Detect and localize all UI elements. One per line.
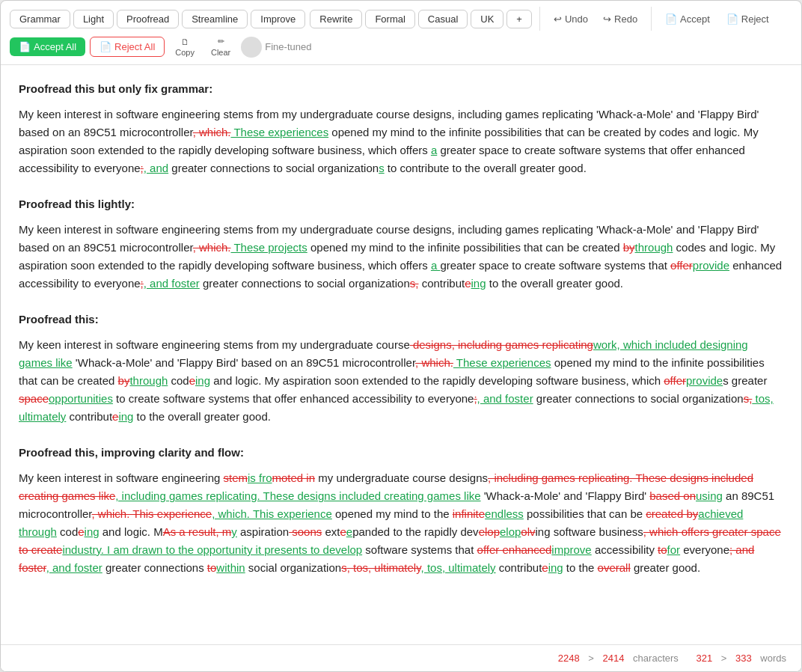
toolbar-buttons-row2: Rewrite Formal Casual UK + — [310, 10, 532, 28]
main-window: Grammar Light Proofread Streamline Impro… — [0, 0, 802, 672]
toolbar-buttons-row: Grammar Light Proofread Streamline Impro… — [10, 10, 305, 28]
section-3: Proofread this: My keen interest in soft… — [19, 311, 783, 426]
reject-all-label: Reject All — [114, 41, 155, 52]
clear-button[interactable]: ✏ Clear — [205, 35, 236, 58]
reject-label: Reject — [741, 13, 769, 25]
rewrite-button[interactable]: Rewrite — [310, 10, 362, 28]
chars-arrow: > — [588, 653, 596, 664]
section-1: Proofread this but only fix grammar: My … — [19, 80, 783, 177]
section-1-title: Proofread this but only fix grammar: — [19, 80, 783, 98]
fine-tuned-indicator: Fine-tuned — [241, 37, 311, 58]
formal-button[interactable]: Formal — [365, 10, 414, 28]
toolbar: Grammar Light Proofread Streamline Impro… — [1, 1, 801, 65]
light-button[interactable]: Light — [73, 10, 114, 28]
accept-label: Accept — [680, 13, 710, 25]
clear-label: Clear — [211, 48, 230, 57]
content-area: Proofread this but only fix grammar: My … — [1, 65, 801, 644]
section-2-title: Proofread this lightly: — [19, 195, 783, 213]
fine-tuned-label: Fine-tuned — [265, 41, 311, 52]
words-after: 333 — [735, 653, 752, 664]
accept-button[interactable]: 📄 Accept — [659, 10, 716, 28]
undo-button[interactable]: ↩ Undo — [548, 10, 594, 28]
clear-icon: ✏ — [218, 37, 224, 46]
accept-all-label: Accept All — [34, 41, 76, 52]
streamline-button[interactable]: Streamline — [182, 10, 248, 28]
accept-icon: 📄 — [665, 13, 677, 25]
chars-before: 2248 — [558, 653, 580, 664]
words-label: words — [760, 653, 786, 664]
copy-button[interactable]: 🗋 Copy — [169, 36, 200, 58]
redo-icon: ↪ — [603, 13, 611, 25]
section-3-text: My keen interest in software engineering… — [19, 336, 783, 426]
toolbar-divider — [539, 7, 540, 31]
section-2: Proofread this lightly: My keen interest… — [19, 195, 783, 293]
copy-icon: 🗋 — [181, 37, 189, 46]
uk-button[interactable]: UK — [471, 10, 503, 28]
words-arrow: > — [721, 653, 729, 664]
reject-icon: 📄 — [726, 13, 738, 25]
reject-all-icon: 📄 — [100, 41, 111, 52]
redo-label: Redo — [614, 13, 637, 25]
section-4-text: My keen interest in software engineering… — [19, 469, 783, 577]
reject-all-button[interactable]: 📄 Reject All — [90, 37, 165, 57]
section-1-text: My keen interest in software engineering… — [19, 106, 783, 177]
more-button[interactable]: + — [506, 10, 532, 28]
undo-icon: ↩ — [554, 13, 562, 25]
chars-after: 2414 — [603, 653, 625, 664]
reject-button[interactable]: 📄 Reject — [720, 10, 775, 28]
chars-label: characters — [633, 653, 679, 664]
grammar-button[interactable]: Grammar — [10, 10, 70, 28]
undo-label: Undo — [565, 13, 588, 25]
footer: 2248 > 2414 characters 321 > 333 words — [1, 644, 801, 671]
section-2-text: My keen interest in software engineering… — [19, 221, 783, 293]
section-4-title: Proofread this, improving clarity and fl… — [19, 444, 783, 462]
redo-button[interactable]: ↪ Redo — [597, 10, 643, 28]
section-3-title: Proofread this: — [19, 311, 783, 329]
section-4: Proofread this, improving clarity and fl… — [19, 444, 783, 577]
accept-all-icon: 📄 — [19, 41, 31, 52]
avatar — [241, 37, 262, 58]
copy-label: Copy — [175, 48, 195, 57]
casual-button[interactable]: Casual — [418, 10, 468, 28]
proofread-button[interactable]: Proofread — [117, 10, 179, 28]
accept-all-button[interactable]: 📄 Accept All — [10, 37, 85, 56]
improve-button[interactable]: Improve — [251, 10, 305, 28]
words-before: 321 — [696, 653, 712, 664]
undo-redo-group: ↩ Undo ↪ Redo — [548, 10, 643, 28]
toolbar-divider2 — [651, 7, 652, 31]
